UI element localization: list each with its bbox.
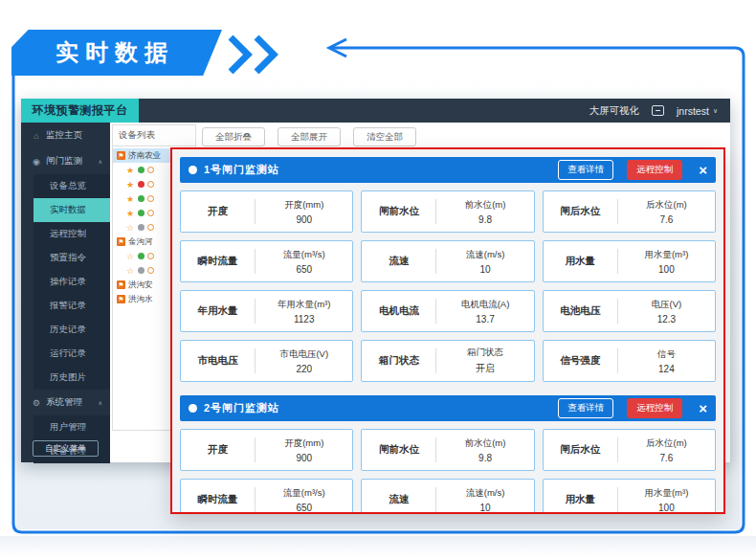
metric-value: 13.7 [476, 314, 494, 325]
sidebar-subitem[interactable]: 预置指令 [33, 246, 110, 270]
metric-card: 年用水量年用水量(m³)1123 [180, 290, 353, 332]
sidebar-subitem[interactable]: 实时数据 [33, 198, 110, 222]
station-cards: 开度开度(mm)900闸前水位前水位(m)9.8闸后水位后水位(m)7.6瞬时流… [180, 190, 716, 382]
banner-chevrons-icon [227, 35, 282, 74]
sidebar-subitem[interactable]: 操作记录 [33, 270, 110, 294]
metric-label: 瞬时流量 [181, 480, 255, 514]
status-dot-icon [138, 195, 145, 202]
metric-right: 流速(m/s)10 [436, 241, 533, 281]
metric-card: 市电电压市电电压(V)220 [180, 340, 353, 382]
flag-icon: ⚑ [117, 237, 125, 246]
user-menu[interactable]: jnrstest ∨ [677, 105, 718, 117]
status-dot-icon [138, 224, 145, 231]
custom-menu-button[interactable]: 自定义菜单 [33, 440, 99, 457]
sidebar-subitem[interactable]: 用户管理 [33, 415, 110, 439]
metric-card: 流速流速(m/s)10 [361, 479, 534, 514]
metric-label: 信号强度 [544, 341, 617, 381]
metric-sublabel: 流速(m/s) [466, 249, 505, 261]
remote-control-button[interactable]: 远程控制 [627, 160, 682, 180]
status-dot-icon [138, 181, 145, 188]
sidebar-subitem[interactable]: 报警记录 [33, 294, 110, 318]
metric-sublabel: 开度(mm) [284, 199, 323, 212]
metric-right: 箱门状态开启 [436, 341, 533, 381]
metric-card: 开度开度(mm)900 [180, 429, 353, 471]
metric-label: 开度 [181, 430, 255, 470]
device-icon [147, 181, 154, 188]
view-details-button[interactable]: 查看详情 [558, 398, 613, 418]
metric-value: 650 [296, 503, 312, 513]
metric-right: 前水位(m)9.8 [436, 430, 533, 470]
chevron-up-icon: ∧ [99, 158, 102, 165]
metric-card: 信号强度信号124 [543, 340, 716, 382]
star-icon: ★ [125, 180, 135, 190]
metric-card: 电机电流电机电流(A)13.7 [361, 290, 534, 332]
sidebar-subitem[interactable]: 设备总览 [33, 174, 110, 198]
metric-label: 闸后水位 [544, 430, 617, 470]
chevron-down-icon: ∨ [713, 107, 718, 115]
flag-icon: ⚑ [117, 280, 125, 289]
metric-card: 闸前水位前水位(m)9.8 [361, 429, 534, 471]
metric-card: 闸前水位前水位(m)9.8 [361, 190, 534, 233]
tree-group-label: 济南农业 [128, 150, 161, 162]
toolbar-button[interactable]: 清空全部 [353, 127, 416, 146]
metric-sublabel: 前水位(m) [465, 437, 506, 450]
star-icon: ☆ [125, 223, 135, 233]
big-screen-link[interactable]: 大屏可视化 [589, 104, 640, 118]
close-icon[interactable]: × [699, 401, 707, 415]
station-panel: 1号闸门监测站查看详情远程控制×开度开度(mm)900闸前水位前水位(m)9.8… [180, 157, 716, 382]
station-panel: 2号闸门监测站查看详情远程控制×开度开度(mm)900闸前水位前水位(m)9.8… [180, 395, 716, 514]
flag-icon: ⚑ [117, 295, 125, 303]
metric-value: 12.3 [657, 314, 676, 325]
metric-label: 用水量 [544, 241, 617, 281]
remote-control-button[interactable]: 远程控制 [627, 398, 682, 418]
metric-right: 年用水量(m³)1123 [256, 291, 352, 331]
status-dot-icon [138, 267, 145, 274]
device-icon [147, 210, 154, 216]
sidebar-item[interactable]: ⌂监控主页 [21, 123, 110, 148]
sidebar-subitem[interactable]: 远程控制 [33, 222, 110, 246]
sidebar-item[interactable]: ◉闸门监测∧ [21, 148, 110, 174]
metric-label: 闸前水位 [362, 430, 435, 470]
sidebar-subitem[interactable]: 历史记录 [33, 318, 110, 342]
metric-sublabel: 电压(V) [652, 299, 682, 311]
sidebar-submenu: 设备总览实时数据远程控制预置指令操作记录报警记录历史记录运行记录历史图片 [33, 174, 110, 390]
station-cards: 开度开度(mm)900闸前水位前水位(m)9.8闸后水位后水位(m)7.6瞬时流… [180, 429, 716, 514]
metric-sublabel: 箱门状态 [467, 347, 503, 359]
tree-group-label: 洪沟水 [128, 294, 153, 305]
metric-sublabel: 市电电压(V) [279, 348, 328, 361]
metric-sublabel: 后水位(m) [646, 199, 687, 212]
metric-value: 900 [296, 453, 312, 463]
sidebar-item-label: 监控主页 [46, 129, 82, 142]
metric-value: 7.6 [659, 214, 673, 225]
metric-sublabel: 信号 [657, 348, 676, 361]
status-dot-icon [189, 404, 197, 413]
station-title: 2号闸门监测站 [204, 401, 279, 415]
metric-sublabel: 流速(m/s) [466, 487, 505, 500]
metric-card: 瞬时流量流量(m³/s)650 [180, 479, 353, 514]
sidebar-item[interactable]: ⚙系统管理∧ [21, 390, 110, 415]
metric-sublabel: 用水量(m³) [644, 487, 688, 500]
message-icon[interactable] [652, 105, 664, 116]
view-details-button[interactable]: 查看详情 [558, 160, 613, 180]
metric-label: 瞬时流量 [181, 241, 255, 281]
sidebar-subitem[interactable]: 运行记录 [33, 342, 110, 366]
metric-value: 900 [296, 214, 312, 225]
star-icon: ☆ [125, 266, 135, 276]
device-list-tab[interactable]: 设备列表 [113, 125, 195, 146]
toolbar-button[interactable]: 全部折叠 [202, 127, 265, 146]
metric-right: 后水位(m)7.6 [618, 430, 715, 470]
metric-label: 箱门状态 [362, 341, 435, 381]
stations-overlay: 1号闸门监测站查看详情远程控制×开度开度(mm)900闸前水位前水位(m)9.8… [170, 147, 725, 514]
metric-right: 流速(m/s)10 [436, 480, 533, 514]
station-header: 1号闸门监测站查看详情远程控制× [180, 157, 716, 183]
close-icon[interactable]: × [699, 163, 707, 177]
metric-card: 电池电压电压(V)12.3 [543, 290, 716, 332]
toolbar-button[interactable]: 全部展开 [278, 127, 341, 146]
metric-label: 流速 [362, 480, 435, 514]
metric-value: 650 [296, 264, 312, 275]
metric-label: 市电电压 [181, 341, 255, 381]
metric-value: 100 [658, 503, 675, 513]
sidebar-subitem[interactable]: 历史图片 [33, 366, 110, 390]
metric-right: 流量(m³/s)650 [256, 241, 352, 281]
home-icon: ⌂ [32, 131, 41, 141]
